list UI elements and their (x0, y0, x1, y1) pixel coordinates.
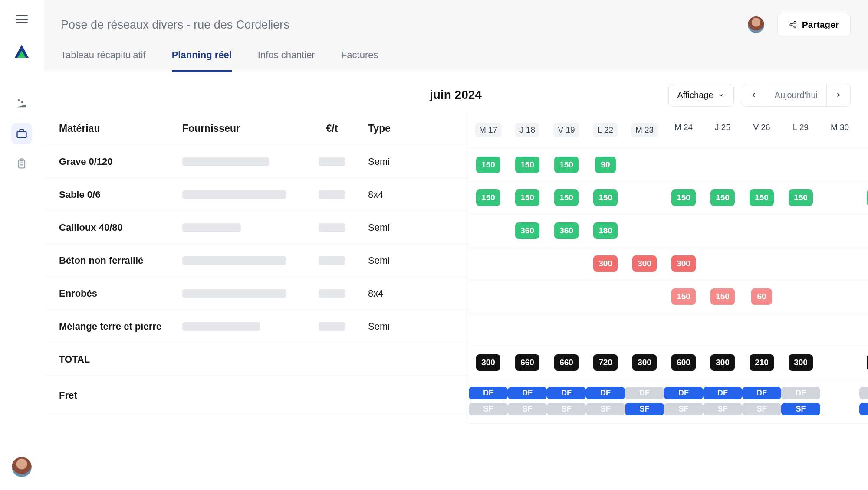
fret-df-chip[interactable]: DF (781, 387, 820, 399)
supplier-skeleton (182, 289, 286, 298)
value-chip[interactable]: 300 (632, 255, 657, 272)
prev-button[interactable] (742, 84, 766, 106)
app-logo[interactable] (13, 43, 30, 62)
value-chip[interactable]: 150 (515, 189, 539, 206)
total-chip[interactable]: 300 (789, 354, 813, 371)
supplier-skeleton (182, 256, 286, 265)
data-row: 15015060 (469, 280, 868, 313)
fret-df-chip[interactable]: DF (508, 387, 547, 399)
total-chip[interactable]: 720 (593, 354, 618, 371)
data-row: 300300300 (469, 247, 868, 280)
material-row: Mélange terre et pierreSemi (43, 310, 469, 343)
supplier-skeleton (182, 190, 286, 199)
value-chip[interactable]: 150 (671, 189, 696, 206)
svg-point-0 (17, 99, 20, 101)
date-header: M 17 (469, 123, 508, 137)
material-name: Cailloux 40/80 (43, 222, 182, 233)
value-chip[interactable]: 150 (593, 189, 618, 206)
fret-df-chip[interactable]: DF (547, 387, 586, 399)
value-chip[interactable]: 60 (751, 288, 772, 305)
nav-briefcase-icon[interactable] (11, 123, 32, 144)
material-name: Enrobés (43, 288, 182, 299)
value-chip[interactable]: 180 (593, 222, 618, 239)
value-chip[interactable]: 360 (515, 222, 539, 239)
value-chip[interactable]: 150 (789, 189, 813, 206)
value-chip[interactable]: 360 (554, 222, 579, 239)
svg-rect-2 (17, 131, 26, 137)
fret-df-chip[interactable]: DF (586, 387, 625, 399)
fret-sf-chip[interactable]: SF (469, 403, 508, 415)
fret-df-chip[interactable]: DF (703, 387, 742, 399)
chevron-right-icon (835, 91, 842, 99)
value-chip[interactable]: 150 (515, 157, 539, 173)
tab-3[interactable]: Factures (341, 44, 378, 72)
price-skeleton (319, 223, 345, 232)
fret-sf-chip[interactable]: SF (586, 403, 625, 415)
material-row: Grave 0/120Semi (43, 145, 469, 178)
material-name: Mélange terre et pierre (43, 321, 182, 332)
tab-0[interactable]: Tableau récapitulatif (61, 44, 146, 72)
value-chip[interactable]: 150 (476, 157, 500, 173)
value-chip[interactable]: 150 (671, 288, 696, 305)
value-chip[interactable]: 150 (710, 288, 735, 305)
fret-df-chip[interactable]: DF (742, 387, 781, 399)
fret-sf-chip[interactable]: SF (625, 403, 664, 415)
share-icon (789, 21, 797, 29)
total-chip[interactable]: 660 (515, 354, 539, 371)
display-dropdown[interactable]: Affichage (669, 84, 733, 106)
material-name: Grave 0/120 (43, 156, 182, 167)
fret-df-chip[interactable]: DF (469, 387, 508, 399)
menu-icon[interactable] (16, 13, 28, 26)
total-chip[interactable]: 600 (671, 354, 696, 371)
share-label: Partager (802, 20, 839, 30)
material-name: Béton non ferraillé (43, 255, 182, 266)
user-avatar-top[interactable] (748, 16, 764, 33)
fret-sf-chip[interactable]: SF (859, 403, 868, 415)
value-chip[interactable]: 150 (750, 189, 774, 206)
material-row: Béton non ferrailléSemi (43, 244, 469, 277)
date-header: V 19 (547, 123, 586, 137)
user-avatar-sidebar[interactable] (12, 457, 32, 477)
nav-chart-icon[interactable] (11, 93, 32, 114)
share-button[interactable]: Partager (777, 13, 851, 36)
price-skeleton (319, 322, 345, 331)
nav-clipboard-icon[interactable] (11, 154, 32, 174)
total-chip[interactable]: 210 (750, 354, 774, 371)
value-chip[interactable]: 90 (595, 157, 616, 173)
fret-label: Fret (43, 390, 182, 401)
value-chip[interactable]: 150 (710, 189, 735, 206)
sidebar (0, 0, 43, 490)
value-chip[interactable]: 300 (671, 255, 696, 272)
fret-sf-chip[interactable]: SF (508, 403, 547, 415)
fret-df-chip[interactable]: DF (625, 387, 664, 399)
value-chip[interactable]: 150 (476, 189, 500, 206)
chevron-down-icon (718, 91, 725, 98)
total-chip[interactable]: 660 (554, 354, 579, 371)
tab-1[interactable]: Planning réel (172, 44, 232, 72)
fret-df-chip[interactable]: DF (664, 387, 703, 399)
chevron-left-icon (750, 91, 758, 99)
svg-point-1 (21, 101, 23, 103)
fret-sf-chip[interactable]: SF (781, 403, 820, 415)
material-type: Semi (356, 222, 430, 233)
fret-sf-chip[interactable]: SF (547, 403, 586, 415)
value-chip[interactable]: 150 (554, 157, 579, 173)
date-header: M 24 (664, 123, 703, 137)
date-header: M 31 (859, 123, 868, 137)
total-chip[interactable]: 300 (632, 354, 657, 371)
total-label: TOTAL (43, 354, 182, 365)
value-chip[interactable]: 150 (554, 189, 579, 206)
total-chip[interactable]: 300 (476, 354, 500, 371)
fret-df-chip[interactable]: DF (859, 387, 868, 399)
tab-2[interactable]: Infos chantier (258, 44, 315, 72)
next-button[interactable] (826, 84, 850, 106)
col-header-type: Type (356, 123, 430, 134)
total-chip[interactable]: 300 (710, 354, 735, 371)
value-chip[interactable]: 300 (593, 255, 618, 272)
today-button[interactable]: Aujourd'hui (766, 84, 826, 106)
fret-sf-chip[interactable]: SF (742, 403, 781, 415)
fret-sf-chip[interactable]: SF (664, 403, 703, 415)
price-skeleton (319, 256, 345, 265)
supplier-skeleton (182, 223, 241, 232)
fret-sf-chip[interactable]: SF (703, 403, 742, 415)
